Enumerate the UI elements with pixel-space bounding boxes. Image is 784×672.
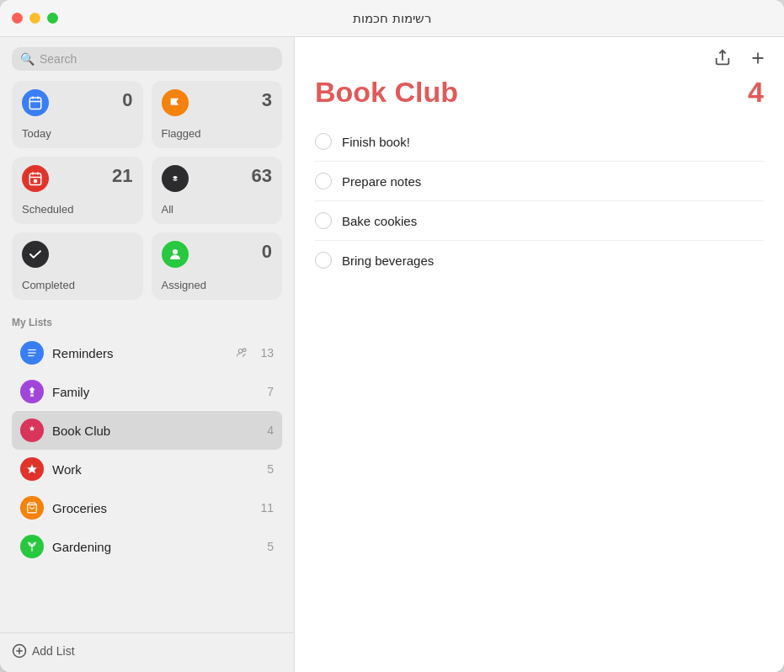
svg-point-8 (34, 179, 38, 184)
list-item-family[interactable]: Family 7 (12, 372, 282, 411)
reminder-text-4: Bring beverages (342, 253, 434, 268)
today-count: 0 (122, 89, 132, 111)
list-item-groceries[interactable]: Groceries 11 (12, 488, 282, 527)
main-toolbar (295, 37, 784, 76)
flagged-icon (162, 89, 189, 116)
list-item-reminders[interactable]: Reminders 13 (12, 333, 282, 372)
reminder-text-3: Bake cookies (342, 214, 417, 228)
reminder-circle-1[interactable] (315, 133, 332, 150)
work-icon (20, 457, 44, 481)
app-window: רשימות חכמות 🔍 Search 0 Tod (0, 0, 784, 672)
smart-list-flagged[interactable]: 3 Flagged (152, 81, 283, 148)
gardening-icon (20, 535, 44, 558)
list-header: Book Club 4 (295, 76, 784, 122)
reminder-item-2: Prepare notes (315, 162, 764, 201)
list-count: 4 (748, 76, 764, 109)
reminder-item-1: Finish book! (315, 122, 764, 162)
flagged-count: 3 (262, 89, 272, 111)
reminder-item-3: Bake cookies (315, 201, 764, 241)
reminder-text-2: Prepare notes (342, 174, 421, 189)
scheduled-count: 21 (112, 165, 132, 187)
svg-rect-16 (30, 395, 34, 397)
my-lists-section: My Lists Reminders 13 (0, 308, 294, 632)
completed-icon (22, 241, 49, 268)
svg-marker-17 (27, 464, 37, 473)
all-icon (162, 165, 189, 192)
bookclub-icon (20, 419, 44, 442)
scheduled-icon (22, 165, 49, 192)
share-button[interactable] (712, 47, 733, 69)
reminder-circle-3[interactable] (315, 212, 332, 229)
list-item-gardening[interactable]: Gardening 5 (12, 527, 282, 566)
svg-rect-0 (29, 98, 41, 109)
sidebar-footer: Add List (0, 632, 294, 672)
groceries-name: Groceries (52, 501, 252, 515)
smart-list-completed[interactable]: Completed (12, 232, 143, 300)
reminders-name: Reminders (52, 346, 228, 360)
add-reminder-button[interactable] (747, 47, 769, 69)
add-list-button[interactable]: Add List (12, 640, 282, 662)
list-item-bookclub[interactable]: Book Club 4 (12, 411, 282, 450)
family-name: Family (52, 385, 259, 399)
reminder-circle-4[interactable] (315, 252, 332, 269)
all-label: All (162, 203, 273, 216)
main-content: Book Club 4 Finish book! Prepare notes B… (295, 37, 784, 672)
my-lists-header: My Lists (12, 317, 282, 328)
reminder-text-1: Finish book! (342, 135, 410, 149)
reminder-circle-2[interactable] (315, 173, 332, 189)
search-icon: 🔍 (20, 52, 35, 66)
smart-list-scheduled[interactable]: 21 Scheduled (12, 157, 143, 224)
gardening-name: Gardening (52, 540, 259, 554)
today-label: Today (22, 127, 133, 140)
work-name: Work (52, 462, 259, 477)
search-bar[interactable]: 🔍 Search (12, 47, 282, 71)
reminders-icon (20, 341, 44, 365)
list-title: Book Club (315, 76, 458, 109)
groceries-icon (20, 496, 44, 520)
assigned-icon (162, 241, 189, 268)
reminder-item-4: Bring beverages (315, 241, 764, 280)
completed-label: Completed (22, 279, 133, 291)
maximize-button[interactable] (47, 13, 58, 24)
close-button[interactable] (12, 13, 23, 24)
minimize-button[interactable] (29, 13, 40, 24)
family-icon (20, 380, 44, 403)
search-placeholder: Search (40, 52, 77, 66)
svg-point-10 (173, 249, 178, 254)
flagged-label: Flagged (162, 127, 273, 140)
groceries-count: 11 (260, 501, 274, 515)
all-count: 63 (252, 165, 272, 187)
assigned-count: 0 (262, 241, 272, 263)
scheduled-label: Scheduled (22, 203, 133, 216)
window-title: רשימות חכמות (353, 11, 430, 26)
svg-point-14 (239, 349, 243, 354)
svg-point-15 (243, 349, 247, 352)
reminders-list: Finish book! Prepare notes Bake cookies … (295, 122, 784, 672)
content-area: 🔍 Search 0 Today (0, 37, 784, 672)
bookclub-name: Book Club (52, 424, 259, 438)
smart-list-assigned[interactable]: 0 Assigned (152, 232, 283, 300)
today-icon (22, 89, 49, 116)
sidebar: 🔍 Search 0 Today (0, 37, 295, 672)
smart-list-all[interactable]: 63 All (152, 157, 283, 224)
title-bar: רשימות חכמות (0, 0, 784, 37)
assigned-label: Assigned (162, 279, 273, 291)
smart-list-today[interactable]: 0 Today (12, 81, 143, 148)
traffic-lights (12, 13, 58, 24)
gardening-count: 5 (267, 540, 274, 553)
family-count: 7 (267, 385, 274, 398)
add-list-label: Add List (32, 644, 75, 658)
bookclub-count: 4 (267, 424, 274, 437)
work-count: 5 (267, 462, 274, 476)
reminders-count: 13 (260, 346, 274, 360)
list-item-work[interactable]: Work 5 (12, 450, 282, 488)
shared-icon (237, 346, 248, 360)
smart-lists-grid: 0 Today 3 Flagged (0, 81, 294, 308)
